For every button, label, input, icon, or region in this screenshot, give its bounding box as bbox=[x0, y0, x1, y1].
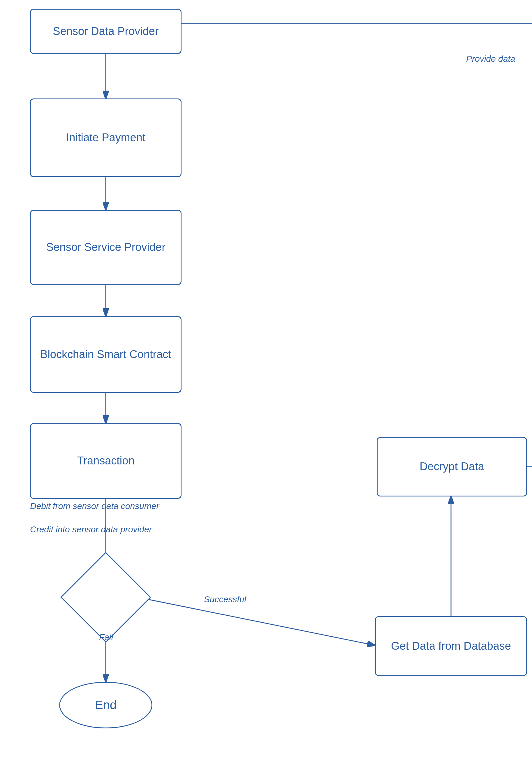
sensor-data-provider-label: Sensor Data Provider bbox=[53, 24, 158, 38]
diagram: Sensor Data Provider Initiate Payment Se… bbox=[0, 0, 532, 782]
get-data-label: Get Data from Database bbox=[391, 639, 511, 653]
initiate-payment-box: Initiate Payment bbox=[30, 99, 181, 177]
svg-line-7 bbox=[138, 597, 375, 645]
decrypt-data-box: Decrypt Data bbox=[377, 437, 527, 496]
get-data-box: Get Data from Database bbox=[375, 616, 527, 676]
decrypt-data-label: Decrypt Data bbox=[420, 459, 484, 474]
provide-data-label: Provide data bbox=[466, 54, 515, 64]
blockchain-smart-contract-label: Blockchain Smart Contract bbox=[40, 347, 171, 362]
transaction-label: Transaction bbox=[77, 454, 134, 468]
credit-label: Credit into sensor data provider bbox=[30, 525, 152, 534]
successful-label: Successful bbox=[204, 594, 246, 604]
sensor-service-provider-label: Sensor Service Provider bbox=[46, 240, 166, 254]
decision-diamond-container bbox=[74, 565, 138, 629]
debit-label: Debit from sensor data consumer bbox=[30, 501, 159, 511]
transaction-box: Transaction bbox=[30, 423, 181, 499]
initiate-payment-label: Initiate Payment bbox=[66, 131, 145, 145]
fail-label: Fail bbox=[99, 632, 113, 642]
blockchain-smart-contract-box: Blockchain Smart Contract bbox=[30, 316, 181, 393]
sensor-data-provider-box: Sensor Data Provider bbox=[30, 9, 181, 54]
end-oval: End bbox=[59, 682, 152, 728]
decision-diamond bbox=[60, 552, 151, 642]
end-label: End bbox=[95, 698, 117, 712]
sensor-service-provider-box: Sensor Service Provider bbox=[30, 210, 181, 285]
